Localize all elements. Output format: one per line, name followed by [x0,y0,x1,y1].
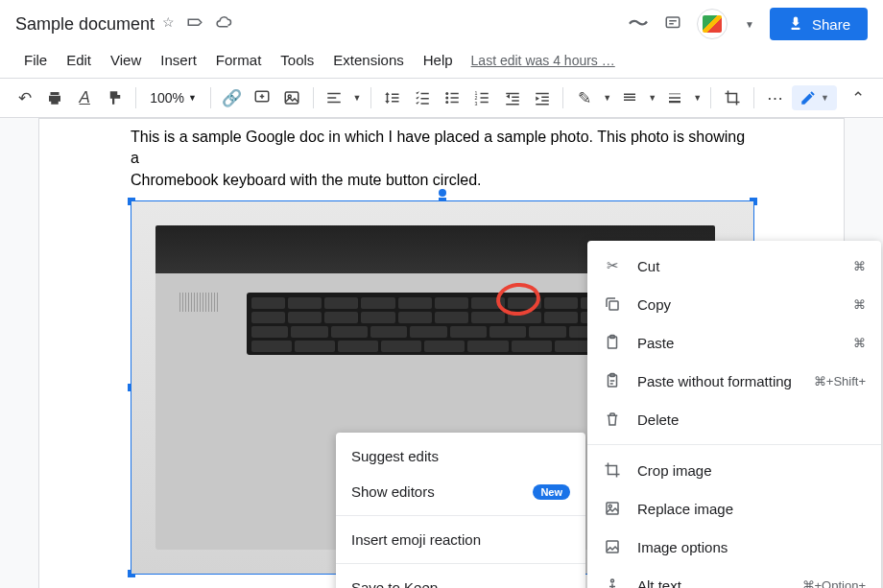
numbered-list-icon[interactable]: 123 [469,84,495,111]
paste-plain-icon [603,371,622,390]
print-icon[interactable] [41,84,67,111]
title-right: 〜 ▼ Share [628,8,868,40]
comment-add-icon[interactable] [249,84,274,111]
svg-point-5 [445,92,448,95]
context-menu-secondary: Suggest edits Show editorsNew Insert emo… [336,433,585,588]
crop-icon [603,460,622,480]
meet-dropdown-icon[interactable]: ▼ [745,19,754,30]
share-label: Share [812,16,850,33]
editing-mode-button[interactable]: ▼ [792,85,837,110]
cm-crop[interactable]: Crop image [587,451,881,489]
cm-image-options[interactable]: Image options [587,528,881,566]
undo-icon[interactable]: ↶ [12,84,37,111]
svg-point-44 [609,505,611,507]
border-width-icon[interactable] [661,84,687,111]
paint-format-icon[interactable] [102,84,128,111]
cm-copy[interactable]: Copy⌘ [587,285,881,323]
svg-rect-0 [666,17,680,28]
document-area: This is a sample Google doc in which I h… [0,118,883,588]
svg-point-46 [611,579,614,582]
crop-icon[interactable] [719,84,745,111]
image-icon[interactable] [278,84,304,111]
comments-icon[interactable] [664,14,681,35]
indent-icon[interactable] [529,84,555,111]
svg-rect-12 [624,94,635,96]
rotate-handle[interactable] [439,189,446,197]
checklist-icon[interactable] [409,84,435,111]
cm-save-keep[interactable]: Save to Keep [336,570,585,588]
cm-emoji-reaction[interactable]: Insert emoji reaction [336,522,585,557]
menu-bar: File Edit View Insert Format Tools Exten… [0,48,883,78]
cm-alt-text[interactable]: Alt text⌘+Option+ [587,566,881,588]
cm-cut[interactable]: ✂Cut⌘ [587,247,881,285]
svg-rect-1 [791,28,799,30]
bullet-list-icon[interactable] [439,84,465,111]
chevron-down-icon[interactable]: ▼ [692,84,704,111]
svg-rect-43 [607,503,618,514]
svg-point-7 [445,101,448,104]
toolbar: ↶ A 100%▼ 🔗 ▼ 123 ✎ ▼ ▼ ▼ ⋯ ▼ ⌃ [0,78,883,118]
menu-edit[interactable]: Edit [58,48,100,72]
cm-paste[interactable]: Paste⌘ [587,323,881,362]
meet-button[interactable] [697,9,728,39]
cm-suggest-edits[interactable]: Suggest edits [336,438,585,474]
chevron-down-icon[interactable]: ▼ [602,84,613,111]
svg-rect-16 [669,101,680,103]
chevron-down-icon[interactable]: ▼ [647,84,658,111]
more-icon[interactable]: ⋯ [762,84,788,111]
share-button[interactable]: Share [770,8,868,40]
cm-delete[interactable]: Delete [587,400,881,438]
menu-format[interactable]: Format [207,48,271,72]
svg-point-6 [445,97,448,100]
cm-show-editors[interactable]: Show editorsNew [336,474,585,509]
replace-icon [603,499,622,518]
svg-rect-3 [285,92,298,104]
svg-rect-14 [669,94,680,95]
border-icon[interactable] [616,84,642,111]
context-menu-primary: ✂Cut⌘ Copy⌘ Paste⌘ Paste without formatt… [587,241,881,588]
chevron-down-icon[interactable]: ▼ [351,84,363,111]
link-icon[interactable]: 🔗 [219,84,245,111]
move-icon[interactable] [186,14,203,35]
new-badge: New [533,484,570,500]
activity-icon[interactable]: 〜 [628,10,649,38]
menu-view[interactable]: View [102,48,150,72]
line-spacing-icon[interactable] [379,84,405,111]
svg-rect-15 [669,97,680,99]
title-bar: Sample document ☆ 〜 ▼ Share [0,0,883,48]
align-icon[interactable] [322,84,347,111]
last-edit-link[interactable]: Last edit was 4 hours … [471,53,615,68]
clear-format-icon[interactable]: ✎ [571,84,597,111]
options-icon [603,537,622,556]
zoom-select[interactable]: 100%▼ [144,90,203,106]
cm-replace-image[interactable]: Replace image [587,489,881,528]
menu-help[interactable]: Help [415,48,462,72]
cloud-icon[interactable] [215,14,232,35]
menu-tools[interactable]: Tools [272,48,322,72]
outdent-icon[interactable] [499,84,525,111]
spellcheck-icon[interactable]: A [72,84,98,111]
svg-text:3: 3 [475,101,478,106]
cut-icon: ✂ [603,256,622,275]
star-icon[interactable]: ☆ [162,14,175,35]
paste-icon [603,333,622,352]
menu-extensions[interactable]: Extensions [324,48,412,72]
svg-rect-45 [607,541,618,553]
document-text[interactable]: This is a sample Google doc in which I h… [131,127,752,191]
collapse-toolbar-icon[interactable]: ⌃ [845,84,871,111]
copy-icon [603,294,622,314]
alt-icon [603,576,622,588]
menu-insert[interactable]: Insert [152,48,205,72]
svg-rect-11 [624,97,635,99]
menu-file[interactable]: File [15,48,56,72]
title-icons: ☆ [162,14,232,35]
svg-rect-13 [624,100,635,102]
document-title[interactable]: Sample document [15,14,155,35]
svg-rect-38 [609,301,618,310]
delete-icon [603,410,622,429]
cm-paste-plain[interactable]: Paste without formatting⌘+Shift+ [587,362,881,400]
